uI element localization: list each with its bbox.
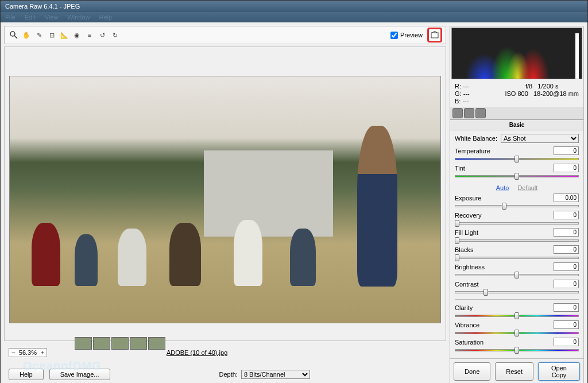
thumbnail[interactable] (130, 337, 147, 350)
rotate-cw-icon[interactable]: ↻ (109, 29, 121, 41)
white-balance-row: White Balance: As Shot (455, 134, 579, 143)
exif-g: G: --- (455, 90, 470, 97)
zoom-value: 56.3% (16, 349, 39, 356)
thumbnail[interactable] (75, 337, 92, 350)
menu-edit[interactable]: Edit (25, 14, 36, 21)
menu-help[interactable]: Help (99, 14, 112, 21)
exif-shutter: 1/200 s (537, 83, 558, 90)
recovery-slider[interactable] (455, 220, 579, 227)
contrast-slider[interactable] (455, 289, 579, 296)
filename-link[interactable]: ADOBE (10 of 40).jpg (167, 349, 227, 356)
thumbnail[interactable] (93, 337, 110, 350)
zoom-icon[interactable] (8, 29, 20, 41)
brightness-control: Brightness (455, 262, 579, 278)
menu-file[interactable]: File (5, 14, 16, 21)
vibrance-slider[interactable] (455, 330, 579, 336)
reset-button[interactable]: Reset (495, 362, 533, 381)
histogram[interactable] (451, 28, 582, 79)
temperature-slider[interactable] (455, 156, 579, 163)
brightness-slider[interactable] (455, 272, 579, 278)
thumbnail[interactable] (111, 337, 129, 350)
depth-selector: Depth: 8 Bits/Channel (219, 370, 310, 379)
blacks-value[interactable] (554, 245, 579, 254)
depth-label: Depth: (219, 371, 238, 378)
preview-label: Preview (400, 32, 423, 38)
filllight-value[interactable] (554, 228, 579, 237)
preview-check-input[interactable] (390, 32, 398, 39)
zoom-out-icon[interactable]: − (11, 349, 15, 356)
recovery-control: Recovery (455, 211, 579, 227)
contrast-value[interactable] (554, 280, 579, 288)
saturation-value[interactable] (554, 338, 579, 346)
hand-icon[interactable]: ✋ (21, 29, 32, 41)
contrast-control: Contrast (455, 280, 579, 296)
window-title: Camera Raw 6.4.1 - JPEG (5, 3, 80, 10)
zoom-control[interactable]: − 56.3% + (9, 348, 47, 357)
auto-link[interactable]: Auto (496, 184, 509, 191)
filllight-slider[interactable] (455, 237, 579, 244)
open-copy-button[interactable]: Open Copy (538, 362, 580, 381)
exif-info: R: --- G: --- B: --- f/8 1/200 s ISO 800… (450, 80, 583, 107)
exposure-control: Exposure (455, 194, 579, 210)
left-panel: ✋ ✎ ⊡ 📐 ◉ ≡ ↺ ↻ Preview (4, 26, 446, 383)
tint-value[interactable] (554, 164, 579, 172)
menubar: File Edit View Window Help (1, 12, 587, 22)
image-preview-area[interactable] (4, 47, 446, 341)
clarity-slider[interactable] (455, 312, 579, 319)
eyedropper-icon[interactable]: ✎ (33, 29, 45, 41)
saturation-slider[interactable] (455, 347, 579, 354)
exif-r: R: --- (455, 83, 470, 90)
auto-default-links: Auto Default (455, 184, 579, 191)
svg-line-1 (14, 36, 17, 38)
svg-point-0 (10, 32, 15, 36)
temperature-value[interactable] (554, 146, 579, 155)
exposure-slider[interactable] (455, 203, 579, 210)
camera-raw-window: Camera Raw 6.4.1 - JPEG File Edit View W… (0, 0, 588, 383)
brightness-value[interactable] (554, 262, 579, 271)
menu-window[interactable]: Window (67, 14, 90, 21)
clarity-control: Clarity (455, 303, 579, 319)
tab-basic-icon[interactable] (452, 108, 463, 118)
exif-b: B: --- (455, 98, 470, 105)
zoom-in-icon[interactable]: + (40, 349, 44, 356)
exif-lens: 18-200@18 mm (533, 90, 579, 97)
right-panel: R: --- G: --- B: --- f/8 1/200 s ISO 800… (450, 26, 584, 383)
titlebar: Camera Raw 6.4.1 - JPEG (1, 1, 587, 12)
content-area: ✋ ✎ ⊡ 📐 ◉ ≡ ↺ ↻ Preview (1, 22, 587, 383)
menu-view[interactable]: View (45, 14, 59, 21)
controls-panel: White Balance: As Shot Temperature Tint … (450, 130, 583, 358)
tint-control: Tint (455, 164, 579, 180)
tint-slider[interactable] (455, 173, 579, 180)
wb-dropdown[interactable]: As Shot (501, 134, 579, 143)
exposure-value[interactable] (554, 194, 579, 202)
straighten-icon[interactable]: 📐 (59, 29, 70, 41)
crop-icon[interactable]: ⊡ (46, 29, 57, 41)
wb-label: White Balance: (455, 135, 497, 142)
exif-iso: ISO 800 (505, 90, 528, 97)
filllight-control: Fill Light (455, 228, 579, 244)
panel-tabs (450, 107, 583, 120)
rotate-ccw-icon[interactable]: ↺ (96, 29, 108, 41)
tab-detail-icon[interactable] (475, 108, 486, 118)
photo-content (357, 126, 397, 287)
temperature-control: Temperature (455, 146, 579, 163)
toolbar: ✋ ✎ ⊡ 📐 ◉ ≡ ↺ ↻ Preview (4, 26, 446, 44)
exif-aperture: f/8 (525, 83, 532, 90)
default-link[interactable]: Default (517, 184, 537, 191)
spot-icon[interactable]: ◉ (71, 29, 83, 41)
recovery-value[interactable] (554, 211, 579, 219)
blacks-slider[interactable] (455, 254, 579, 261)
done-button[interactable]: Done (454, 362, 490, 381)
thumbnail-strip (75, 337, 165, 350)
vibrance-control: Vibrance (455, 320, 579, 336)
depth-dropdown[interactable]: 8 Bits/Channel (241, 370, 310, 379)
vibrance-value[interactable] (554, 320, 579, 329)
thumbnail[interactable] (148, 337, 165, 350)
photo-preview (9, 76, 441, 323)
list-icon[interactable]: ≡ (84, 29, 95, 41)
fullscreen-button[interactable] (427, 28, 442, 42)
preview-checkbox[interactable]: Preview (390, 32, 423, 39)
saturation-control: Saturation (455, 338, 579, 354)
clarity-value[interactable] (554, 303, 579, 312)
tab-curve-icon[interactable] (464, 108, 474, 118)
